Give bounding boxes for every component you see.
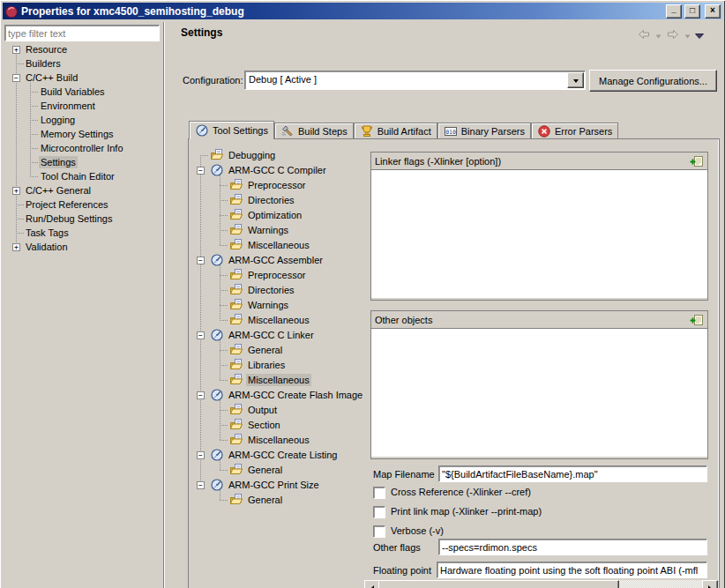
sidebar-item-run-debug-settings[interactable]: Run/Debug Settings [24,212,114,225]
tool-tree-item-miscellaneous[interactable]: Miscellaneous [246,434,311,446]
tool-tree-item-general[interactable]: General [246,494,284,506]
tree-row: Miscellaneous [192,433,362,448]
properties-dialog: Properties for xmc4500_semihosting_debug… [0,0,725,588]
tool-tree-item-libraries[interactable]: Libraries [246,359,287,371]
scroll-right-icon[interactable] [702,580,718,588]
category-folder-icon [229,493,243,507]
tab-build-steps[interactable]: Build Steps [274,123,354,139]
nav-toolbar [637,27,704,43]
tool-tree-item-preprocessor[interactable]: Preprocessor [246,269,307,281]
sidebar-item-builders[interactable]: Builders [24,57,63,70]
floating-point-field[interactable] [437,562,707,578]
linker-flags-list[interactable] [371,169,707,298]
forward-icon[interactable] [666,27,680,43]
sidebar-item-task-tags[interactable]: Task Tags [24,227,71,239]
tool-tree-item-miscellaneous[interactable]: Miscellaneous [246,374,311,386]
tool-tree-item-general[interactable]: General [246,464,284,476]
tree-guide-line [220,200,228,201]
collapse-minus-icon[interactable]: − [197,481,205,489]
checkbox-verbose-v[interactable] [373,525,385,538]
tool-tree-item-general[interactable]: General [246,344,284,356]
close-button[interactable]: × [705,4,721,19]
page-title: Settings [181,26,222,39]
configuration-value: Debug [ Active ] [249,74,317,85]
horizontal-scrollbar[interactable] [364,580,719,588]
view-menu-icon[interactable] [695,30,704,41]
filter-input[interactable] [4,25,160,41]
collapse-minus-icon[interactable]: − [197,167,205,175]
tool-tree-item-directories[interactable]: Directories [246,194,296,206]
tool-tree-item-preprocessor[interactable]: Preprocessor [246,179,307,191]
tree-guide-line [220,230,228,231]
expand-plus-icon[interactable]: + [12,243,20,251]
add-item-icon[interactable] [690,154,704,168]
tool-tree-item-debugging[interactable]: Debugging [227,149,277,161]
other-objects-list[interactable] [371,328,707,457]
collapse-minus-icon[interactable]: − [197,331,205,339]
sidebar-item-build-variables[interactable]: Build Variables [39,86,107,98]
maximize-button[interactable]: □ [684,4,700,19]
manage-configurations-button[interactable]: Manage Configurations... [589,70,717,92]
sidebar-item-memory-settings[interactable]: Memory Settings [39,128,116,140]
tree-row: Optimization [192,208,362,223]
expand-plus-icon[interactable]: + [12,46,20,54]
tool-tree-item-miscellaneous[interactable]: Miscellaneous [246,239,311,251]
sidebar-item-project-references[interactable]: Project References [24,198,110,211]
tree-guide-line [220,350,228,351]
sidebar-item-resource[interactable]: Resource [24,43,69,56]
checkbox-cross-reference-xlinker-cref[interactable] [373,487,385,499]
minimize-button[interactable]: _ [666,4,682,19]
add-item-icon[interactable] [690,313,704,327]
combo-dropdown-icon[interactable] [567,72,584,88]
tool-tree-item-warnings[interactable]: Warnings [246,224,290,236]
tool-tree-item-section[interactable]: Section [246,419,282,431]
tool-tree-item-arm-gcc-print-size[interactable]: ARM-GCC Print Size [227,479,321,491]
tool-tree-item-arm-gcc-create-flash-image[interactable]: ARM-GCC Create Flash Image [227,389,364,401]
map-filename-field[interactable] [438,465,707,482]
scrollbar-thumb[interactable] [378,580,619,588]
tool-tree-item-output[interactable]: Output [246,404,279,416]
forward-menu-icon[interactable] [684,30,691,41]
sidebar-item-logging[interactable]: Logging [39,114,77,126]
tab-tool-settings[interactable]: Tool Settings [189,121,274,139]
category-folder-icon [229,283,243,297]
tool-tree-item-miscellaneous[interactable]: Miscellaneous [246,314,311,326]
tool-tree-item-arm-gcc-create-listing[interactable]: ARM-GCC Create Listing [227,449,339,461]
tool-icon [210,478,224,492]
title-bar[interactable]: Properties for xmc4500_semihosting_debug… [3,3,722,19]
checkbox-print-link-map-xlinker-print-map[interactable] [373,506,385,518]
tool-tree-item-arm-gcc-c-linker[interactable]: ARM-GCC C Linker [227,329,316,341]
configuration-combo[interactable]: Debug [ Active ] [244,71,586,90]
panel-sash[interactable] [163,22,164,588]
checkbox-label: Print link map (-Xlinker --print-map) [391,506,542,517]
back-menu-icon[interactable] [655,30,661,41]
tool-tree-item-warnings[interactable]: Warnings [246,299,290,311]
tree-guide-line [16,63,24,64]
sidebar-item-c-c-build[interactable]: C/C++ Build [24,71,79,84]
collapse-minus-icon[interactable]: − [197,257,205,264]
tab-build-artifact[interactable]: Build Artifact [354,123,437,139]
tab-binary-parsers[interactable]: 010Binary Parsers [437,123,531,139]
tree-guide-line [220,470,228,471]
other-flags-field[interactable] [438,539,707,555]
tab-error-parsers[interactable]: Error Parsers [531,123,618,139]
sidebar-item-validation[interactable]: Validation [24,241,70,253]
sidebar-item-settings[interactable]: Settings [39,156,78,168]
collapse-minus-icon[interactable]: − [197,451,205,459]
collapse-minus-icon[interactable]: − [197,391,205,399]
tool-tree-item-arm-gcc-c-compiler[interactable]: ARM-GCC C Compiler [227,164,328,176]
sidebar-item-microcontroller-info[interactable]: Microcontroller Info [39,142,125,154]
sidebar-item-environment[interactable]: Environment [39,100,97,112]
tree-guide-line [220,305,228,306]
tab-bar: Tool SettingsBuild StepsBuild Artifact01… [189,122,618,139]
sidebar-item-c-c-general[interactable]: C/C++ General [24,184,93,197]
tool-tree-item-arm-gcc-assembler[interactable]: ARM-GCC Assembler [227,254,325,266]
tool-tree-item-optimization[interactable]: Optimization [246,209,303,221]
tree-guide-line [30,148,39,149]
expand-plus-icon[interactable]: + [12,187,20,195]
collapse-minus-icon[interactable]: − [12,74,20,82]
tool-tree-item-directories[interactable]: Directories [246,284,296,296]
sidebar-item-tool-chain-editor[interactable]: Tool Chain Editor [39,170,116,182]
back-icon[interactable] [637,27,651,43]
checkbox-label: Verbose (-v) [391,525,444,536]
